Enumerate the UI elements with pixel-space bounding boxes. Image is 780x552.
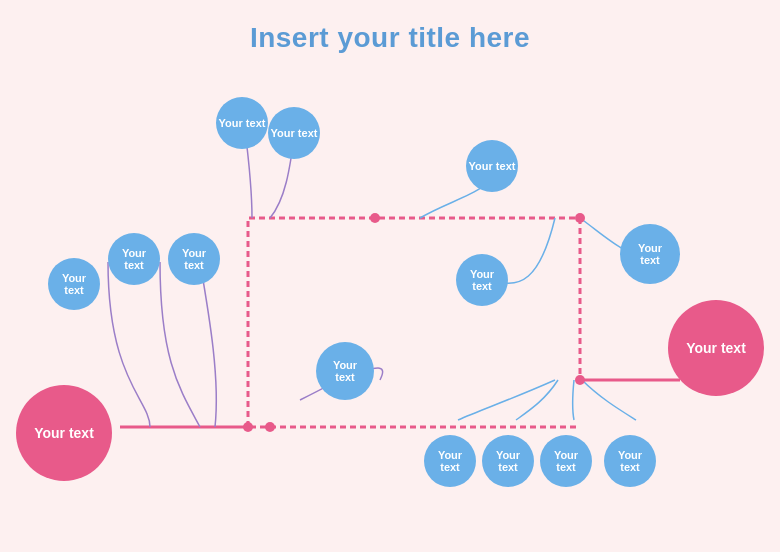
- node-2[interactable]: Your text: [268, 107, 320, 159]
- node-6[interactable]: Yourtext: [168, 233, 220, 285]
- svg-point-5: [243, 422, 253, 432]
- node-4[interactable]: Yourtext: [48, 258, 100, 310]
- svg-point-7: [370, 213, 380, 223]
- node-large-left[interactable]: Your text: [16, 385, 112, 481]
- node-10[interactable]: Yourtext: [424, 435, 476, 487]
- node-7[interactable]: Yourtext: [456, 254, 508, 306]
- node-8[interactable]: Yourtext: [620, 224, 680, 284]
- node-11[interactable]: Yourtext: [482, 435, 534, 487]
- node-1[interactable]: Your text: [216, 97, 268, 149]
- node-5[interactable]: Yourtext: [108, 233, 160, 285]
- node-3[interactable]: Your text: [466, 140, 518, 192]
- node-9[interactable]: Yourtext: [316, 342, 374, 400]
- svg-point-6: [265, 422, 275, 432]
- node-12[interactable]: Yourtext: [540, 435, 592, 487]
- node-13[interactable]: Yourtext: [604, 435, 656, 487]
- svg-point-8: [575, 213, 585, 223]
- node-large-right[interactable]: Your text: [668, 300, 764, 396]
- svg-point-9: [575, 375, 585, 385]
